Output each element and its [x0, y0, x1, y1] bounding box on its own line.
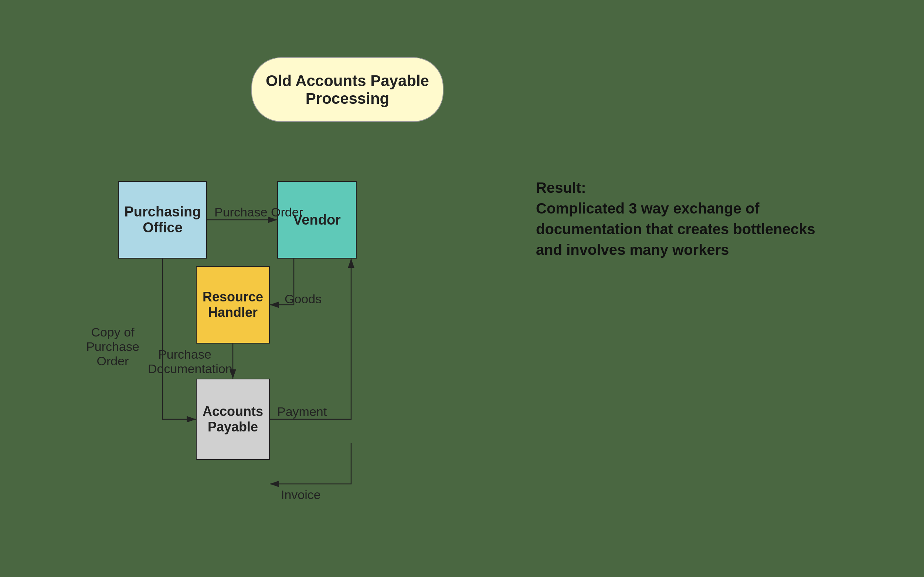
copy-purchase-order-label: Copy ofPurchase Order: [72, 325, 153, 368]
purchase-documentation-label: PurchaseDocumentation: [148, 347, 222, 376]
accounts-payable-label: AccountsPayable: [202, 404, 263, 435]
payment-label: Payment: [277, 405, 327, 419]
result-body: Complicated 3 way exchange of documentat…: [536, 200, 815, 258]
purchasing-office-label: PurchasingOffice: [124, 204, 201, 236]
resource-handler-box: ResourceHandler: [196, 266, 270, 343]
purchasing-office-box: PurchasingOffice: [118, 181, 207, 259]
result-title: Result:: [536, 179, 586, 196]
purchase-order-label: Purchase Order: [214, 205, 303, 219]
invoice-label: Invoice: [281, 488, 321, 502]
title-node: Old Accounts Payable Processing: [251, 57, 444, 122]
result-text-block: Result: Complicated 3 way exchange of do…: [536, 177, 832, 260]
arrows-svg: [0, 0, 924, 577]
resource-handler-label: ResourceHandler: [202, 289, 263, 320]
diagram-container: Old Accounts Payable Processing Purchasi…: [0, 0, 924, 577]
title-text: Old Accounts Payable Processing: [252, 72, 443, 108]
vendor-box: Vendor: [277, 181, 357, 259]
accounts-payable-box: AccountsPayable: [196, 379, 270, 460]
goods-label: Goods: [284, 292, 321, 306]
